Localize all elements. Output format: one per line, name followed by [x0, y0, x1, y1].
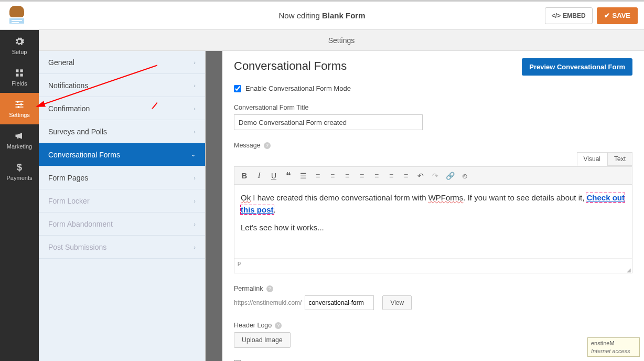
panel-label: Confirmation: [48, 104, 90, 113]
enable-conversational-label: Enable Conversational Form Mode: [245, 84, 351, 92]
permalink-slug-input[interactable]: [305, 295, 374, 310]
unlink-icon[interactable]: ⎋: [458, 169, 471, 183]
link-icon[interactable]: 🔗: [443, 169, 457, 183]
nav-item-settings[interactable]: Settings: [0, 93, 39, 124]
save-button[interactable]: ✔ SAVE: [597, 7, 638, 24]
svg-point-9: [17, 106, 19, 108]
panel-label: Form Abandonment: [48, 220, 113, 228]
message-editor: B I U ❝ ☰ ≡ ≡ ≡ ≡ ≡ ≡ ≡ ↶ ↷ 🔗: [234, 166, 632, 273]
svg-rect-2: [16, 74, 18, 77]
editor-body[interactable]: Ok I have created this demo conversation…: [234, 185, 632, 258]
italic-icon[interactable]: I: [252, 169, 266, 183]
panel-item-confirmation[interactable]: Confirmation›: [39, 97, 205, 120]
network-tooltip: enstineM Internet access: [587, 337, 640, 357]
chevron-right-icon: ›: [194, 105, 196, 112]
panel-item-form-pages[interactable]: Form Pages›: [39, 166, 205, 189]
grid-icon: [14, 68, 25, 78]
undo-icon[interactable]: ↶: [414, 169, 427, 183]
underline-icon[interactable]: U: [267, 169, 281, 183]
svg-rect-0: [16, 69, 18, 72]
chevron-right-icon: ›: [194, 82, 196, 89]
megaphone-icon: [14, 131, 25, 141]
align-center-icon[interactable]: ≡: [340, 169, 354, 183]
panel-item-post-submissions: Post Submissions›: [39, 236, 205, 259]
help-icon[interactable]: ?: [275, 322, 282, 329]
nav-label: Setup: [12, 49, 27, 55]
permalink-prefix: https://enstinemuki.com/: [234, 299, 302, 306]
panel-label: Notifications: [48, 81, 88, 90]
nav-item-setup[interactable]: Setup: [0, 30, 39, 61]
message-field-label: Message ?: [234, 142, 632, 149]
help-icon[interactable]: ?: [266, 285, 273, 292]
bold-icon[interactable]: B: [238, 169, 251, 183]
align-right-icon[interactable]: ≡: [355, 169, 369, 183]
panel-item-form-abandonment: Form Abandonment›: [39, 213, 205, 236]
chevron-right-icon: ›: [194, 221, 196, 227]
help-icon[interactable]: ?: [264, 142, 271, 149]
enable-conversational-checkbox[interactable]: [234, 85, 241, 92]
panel-label: Post Submissions: [48, 243, 106, 251]
permalink-label: Permalink ?: [234, 285, 632, 292]
preview-conversational-button[interactable]: Preview Conversational Form: [522, 58, 632, 76]
nav-label: Payments: [7, 175, 33, 181]
embed-button[interactable]: </> EMBED: [545, 7, 593, 24]
settings-panel-list: General›Notifications›Confirmation›Surve…: [39, 51, 206, 361]
gear-icon: [14, 36, 25, 47]
editor-status-path: p: [234, 258, 632, 267]
panel-label: Conversational Forms: [48, 151, 120, 159]
editor-tab-text[interactable]: Text: [607, 152, 632, 166]
title-field-label: Conversational Form Title: [234, 104, 632, 111]
header-logo-label: Header Logo ?: [234, 322, 632, 329]
panel-label: General: [48, 58, 74, 67]
conversational-title-input[interactable]: [234, 114, 423, 130]
align-justify-icon[interactable]: ≡: [370, 169, 383, 183]
panel-item-form-locker: Form Locker›: [39, 189, 205, 213]
ol-icon[interactable]: ≡: [311, 169, 325, 183]
editing-title: Now editing Blank Form: [278, 11, 365, 20]
left-nav: SetupFieldsSettingsMarketing$Payments: [0, 30, 39, 361]
svg-rect-3: [20, 74, 23, 77]
panel-item-general[interactable]: General›: [39, 51, 205, 74]
chevron-right-icon: ›: [194, 244, 196, 250]
panel-item-conversational-forms[interactable]: Conversational Forms⌄: [39, 143, 205, 166]
panel-label: Surveys and Polls: [48, 128, 107, 136]
permalink-view-button[interactable]: View: [382, 295, 412, 310]
check-icon: ✔: [604, 12, 610, 19]
ul-icon[interactable]: ☰: [296, 169, 310, 183]
panel-header: Settings: [39, 30, 644, 51]
indent-right-icon[interactable]: ≡: [399, 169, 413, 183]
svg-text:$: $: [17, 162, 22, 173]
svg-point-8: [20, 103, 22, 105]
nav-item-payments[interactable]: $Payments: [0, 156, 39, 187]
panel-label: Form Pages: [48, 174, 88, 182]
upload-image-button[interactable]: Upload Image: [234, 332, 291, 348]
redo-icon[interactable]: ↷: [428, 169, 442, 183]
chevron-right-icon: ›: [194, 59, 196, 66]
nav-label: Fields: [12, 80, 27, 87]
wpforms-logo: [6, 5, 28, 27]
svg-rect-1: [20, 69, 23, 72]
editor-toolbar: B I U ❝ ☰ ≡ ≡ ≡ ≡ ≡ ≡ ≡ ↶ ↷ 🔗: [234, 167, 632, 185]
panel-item-surveys-and-polls[interactable]: Surveys and Polls›: [39, 120, 205, 143]
indent-left-icon[interactable]: ≡: [384, 169, 398, 183]
nav-item-marketing[interactable]: Marketing: [0, 124, 39, 156]
nav-label: Marketing: [7, 143, 32, 150]
svg-point-7: [17, 101, 19, 103]
editor-tab-visual[interactable]: Visual: [577, 152, 607, 166]
sliders-icon: [14, 99, 25, 110]
top-bar: Now editing Blank Form </> EMBED ✔ SAVE: [0, 0, 644, 30]
chevron-right-icon: ›: [194, 198, 196, 204]
nav-item-fields[interactable]: Fields: [0, 61, 39, 93]
quote-icon[interactable]: ❝: [282, 169, 295, 183]
code-icon: </>: [552, 12, 561, 19]
nav-label: Settings: [9, 112, 30, 118]
resize-handle-icon[interactable]: ◢: [234, 267, 632, 273]
chevron-down-icon: ⌄: [191, 151, 196, 158]
chevron-right-icon: ›: [194, 175, 196, 181]
panel-label: Form Locker: [48, 197, 90, 205]
panel-gutter: [206, 51, 222, 361]
panel-item-notifications[interactable]: Notifications›: [39, 74, 205, 97]
align-left-icon[interactable]: ≡: [326, 169, 339, 183]
dollar-icon: $: [14, 162, 25, 173]
chevron-right-icon: ›: [194, 129, 196, 135]
